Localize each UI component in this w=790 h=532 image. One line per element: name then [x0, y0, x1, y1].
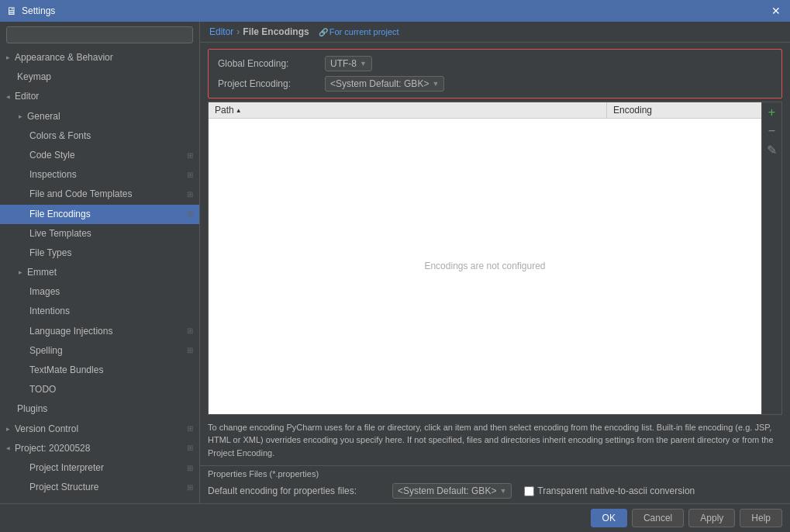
page-icon-project-interpreter: ⊞ — [187, 462, 193, 475]
sidebar-label-live-templates: Live Templates — [29, 226, 91, 241]
expand-arrow-version-control: ▸ — [6, 423, 10, 434]
page-icon-project-structure: ⊞ — [187, 482, 193, 494]
properties-encoding-dropdown[interactable]: <System Default: GBK> ▼ — [392, 483, 512, 499]
dropdown-arrow-props: ▼ — [499, 487, 506, 495]
dialog-title: Settings — [22, 5, 55, 16]
page-icon-file-code-templates: ⊞ — [187, 188, 193, 201]
sidebar-label-intentions: Intentions — [29, 304, 70, 319]
sidebar-item-colors-fonts[interactable]: Colors & Fonts — [0, 126, 199, 146]
transparent-checkbox-label[interactable]: Transparent native-to-ascii conversion — [524, 485, 695, 496]
sidebar-item-spelling[interactable]: Spelling⊞ — [0, 341, 199, 361]
sidebar-label-inspections: Inspections — [29, 168, 77, 182]
sidebar-label-keymap: Keymap — [17, 70, 51, 85]
help-button[interactable]: Help — [740, 509, 782, 527]
encoding-settings-box: Global Encoding: UTF-8 ▼ Project Encodin… — [208, 49, 782, 98]
sidebar-item-intentions[interactable]: Intentions — [0, 302, 199, 321]
bottom-bar: OK Cancel Apply Help — [0, 503, 790, 532]
project-encoding-dropdown[interactable]: <System Default: GBK> ▼ — [325, 76, 444, 92]
expand-arrow-project: ▾ — [2, 447, 13, 451]
expand-arrow-editor: ▾ — [2, 95, 13, 98]
expand-arrow-emmet: ▸ — [19, 267, 22, 278]
project-encoding-row: Project Encoding: <System Default: GBK> … — [218, 76, 772, 92]
sidebar-item-keymap[interactable]: Keymap — [0, 67, 199, 87]
sidebar-label-version-control: Version Control — [15, 422, 78, 437]
empty-message: Encodings are not configured — [424, 261, 545, 271]
page-icon-language-injections: ⊞ — [187, 325, 193, 337]
properties-section: Properties Files (*.properties) Default … — [200, 465, 790, 503]
path-header[interactable]: Path ▲ — [209, 102, 606, 118]
sidebar-item-todo[interactable]: TODO — [0, 380, 199, 399]
page-icon-code-style: ⊞ — [187, 150, 193, 162]
table-body: Encodings are not configured — [209, 119, 761, 414]
close-button[interactable]: ✕ — [768, 3, 784, 19]
sidebar-label-file-types: File Types — [29, 246, 71, 261]
sidebar-label-appearance: Appearance & Behavior — [15, 50, 113, 65]
main-table-container: Path ▲ Encoding Encodings are not config… — [208, 102, 782, 415]
sidebar-label-todo: TODO — [29, 382, 56, 397]
sidebar-item-live-templates[interactable]: Live Templates — [0, 224, 199, 244]
sidebar-label-project-structure: Project Structure — [29, 480, 98, 495]
sidebar-label-spelling: Spelling — [29, 344, 63, 358]
sidebar-item-language-injections[interactable]: Language Injections⊞ — [0, 322, 199, 341]
sidebar-item-textmate-bundles[interactable]: TextMate Bundles — [0, 361, 199, 380]
sidebar-label-project: Project: 20200528 — [15, 441, 90, 456]
properties-row: Default encoding for properties files: <… — [208, 483, 782, 499]
dropdown-arrow-global: ▼ — [360, 60, 367, 67]
ok-button[interactable]: OK — [591, 509, 627, 527]
page-icon-project: ⊞ — [187, 442, 193, 454]
global-encoding-row: Global Encoding: UTF-8 ▼ — [218, 56, 772, 71]
sidebar-items: ▸Appearance & BehaviorKeymap▾Editor▸Gene… — [0, 48, 199, 497]
breadcrumb-bar: Editor › File Encodings 🔗For current pro… — [200, 22, 790, 43]
sidebar-label-colors-fonts: Colors & Fonts — [29, 129, 91, 143]
sidebar-item-appearance[interactable]: ▸Appearance & Behavior — [0, 48, 199, 67]
main-area: ▸Appearance & BehaviorKeymap▾Editor▸Gene… — [0, 22, 790, 503]
properties-title: Properties Files (*.properties) — [208, 469, 782, 478]
title-bar: 🖥 Settings ✕ — [0, 0, 790, 22]
breadcrumb-project-link[interactable]: 🔗For current project — [319, 27, 399, 36]
apply-button[interactable]: Apply — [688, 509, 735, 527]
sidebar-label-emmet: Emmet — [27, 265, 57, 280]
sidebar-label-editor: Editor — [15, 89, 39, 104]
breadcrumb-parent[interactable]: Editor — [209, 26, 233, 37]
sidebar-item-images[interactable]: Images — [0, 282, 199, 302]
expand-arrow-general: ▸ — [19, 111, 22, 122]
page-icon-inspections: ⊞ — [187, 169, 193, 181]
global-encoding-dropdown[interactable]: UTF-8 ▼ — [325, 56, 372, 71]
sort-arrow: ▲ — [236, 107, 242, 114]
sidebar-item-file-types[interactable]: File Types — [0, 244, 199, 263]
sidebar-item-plugins[interactable]: Plugins — [0, 399, 199, 419]
sidebar-item-editor[interactable]: ▾Editor — [0, 87, 199, 106]
sidebar-label-images: Images — [29, 285, 60, 299]
cancel-button[interactable]: Cancel — [632, 509, 684, 527]
sidebar-item-version-control[interactable]: ▸Version Control⊞ — [0, 420, 199, 439]
sidebar-item-file-code-templates[interactable]: File and Code Templates⊞ — [0, 185, 199, 204]
sidebar-item-project[interactable]: ▾Project: 20200528⊞ — [0, 439, 199, 458]
transparent-checkbox[interactable] — [524, 486, 534, 496]
encoding-header[interactable]: Encoding — [606, 102, 761, 118]
sidebar-label-plugins: Plugins — [17, 402, 47, 416]
table-content: Path ▲ Encoding Encodings are not config… — [209, 102, 761, 414]
sidebar-item-project-interpreter[interactable]: Project Interpreter⊞ — [0, 458, 199, 478]
edit-button[interactable]: ✎ — [764, 141, 780, 159]
page-icon-spelling: ⊞ — [187, 344, 193, 357]
sidebar-label-language-injections: Language Injections — [29, 324, 112, 339]
sidebar-item-inspections[interactable]: Inspections⊞ — [0, 165, 199, 185]
app-icon: 🖥 — [6, 5, 17, 17]
sidebar-item-project-structure[interactable]: Project Structure⊞ — [0, 478, 199, 497]
breadcrumb-separator: › — [236, 26, 240, 37]
expand-arrow-appearance: ▸ — [6, 52, 10, 63]
remove-button[interactable]: − — [764, 123, 780, 140]
default-encoding-label: Default encoding for properties files: — [208, 485, 386, 496]
add-button[interactable]: + — [764, 104, 780, 121]
sidebar-label-code-style: Code Style — [29, 148, 75, 163]
sidebar-item-file-encodings[interactable]: File Encodings⊞ — [0, 205, 199, 224]
table-header: Path ▲ Encoding — [209, 102, 761, 119]
dialog-body: ▸Appearance & BehaviorKeymap▾Editor▸Gene… — [0, 22, 790, 532]
info-text: To change encoding PyCharm uses for a fi… — [200, 415, 790, 466]
sidebar-item-emmet[interactable]: ▸Emmet — [0, 263, 199, 282]
search-input[interactable] — [6, 26, 193, 43]
table-actions: + − ✎ — [761, 102, 781, 414]
sidebar-item-general[interactable]: ▸General — [0, 107, 199, 126]
sidebar: ▸Appearance & BehaviorKeymap▾Editor▸Gene… — [0, 22, 200, 503]
sidebar-item-code-style[interactable]: Code Style⊞ — [0, 146, 199, 165]
